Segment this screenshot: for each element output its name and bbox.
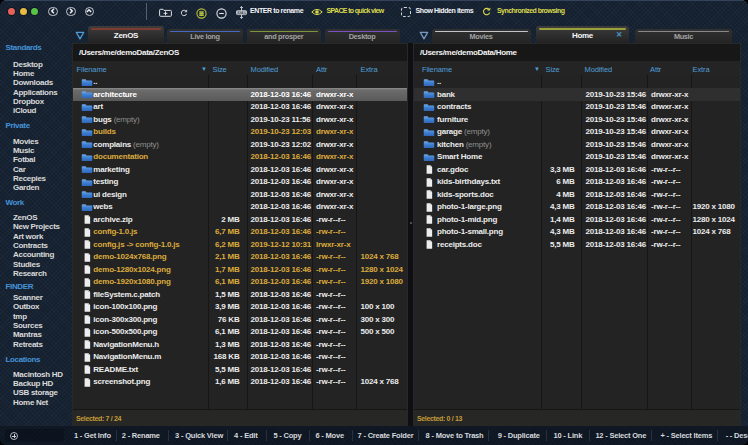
svg-text:ENTER: ENTER xyxy=(237,11,247,15)
